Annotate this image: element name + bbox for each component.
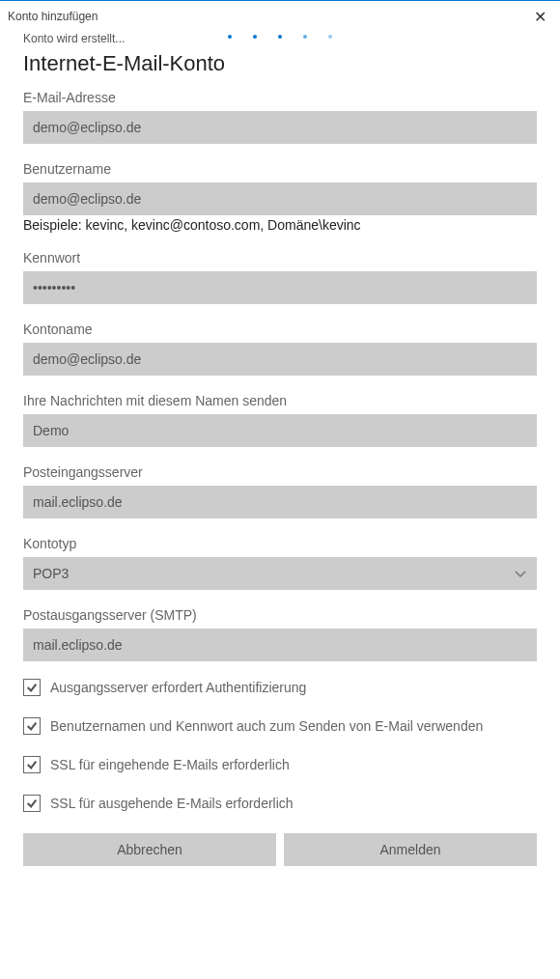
loading-indicator [228, 35, 332, 39]
sendername-input[interactable] [23, 414, 537, 447]
checkbox-icon [23, 756, 41, 773]
window-title: Konto hinzufügen [8, 10, 98, 23]
outgoing-label: Postausgangsserver (SMTP) [23, 607, 537, 623]
sendername-field-group: Ihre Nachrichten mit diesem Namen senden [23, 393, 537, 447]
incoming-input[interactable] [23, 486, 537, 518]
accounttype-label: Kontotyp [23, 536, 537, 551]
checkbox-ssl-incoming[interactable]: SSL für eingehende E-Mails erforderlich [23, 756, 537, 773]
password-input[interactable] [23, 271, 537, 304]
accountname-label: Kontoname [23, 322, 537, 337]
incoming-label: Posteingangsserver [23, 464, 537, 480]
checkbox-same-credentials[interactable]: Benutzernamen und Kennwort auch zum Send… [23, 717, 537, 735]
signin-button[interactable]: Anmelden [284, 833, 537, 866]
email-label: E-Mail-Adresse [23, 90, 537, 105]
cancel-button[interactable]: Abbrechen [23, 833, 276, 866]
page-title: Internet-E-Mail-Konto [23, 51, 537, 76]
username-field-group: Benutzername Beispiele: kevinc, kevinc@c… [23, 161, 537, 233]
username-hint: Beispiele: kevinc, kevinc@contoso.com, D… [23, 217, 537, 233]
email-input[interactable] [23, 111, 537, 144]
close-icon[interactable]: ✕ [528, 8, 552, 26]
accounttype-value: POP3 [33, 566, 69, 581]
accounttype-field-group: Kontotyp POP3 [23, 536, 537, 590]
accounttype-select[interactable]: POP3 [23, 557, 537, 590]
sendername-label: Ihre Nachrichten mit diesem Namen senden [23, 393, 537, 408]
checkbox-same-label: Benutzernamen und Kennwort auch zum Send… [50, 718, 483, 734]
outgoing-field-group: Postausgangsserver (SMTP) [23, 607, 537, 661]
checkbox-auth-label: Ausgangsserver erfordert Authentifizieru… [50, 680, 306, 695]
checkbox-icon [23, 679, 41, 696]
button-row: Abbrechen Anmelden [0, 833, 560, 866]
checkbox-ssl-outgoing[interactable]: SSL für ausgehende E-Mails erforderlich [23, 795, 537, 812]
checkbox-sslout-label: SSL für ausgehende E-Mails erforderlich [50, 796, 294, 811]
chevron-down-icon [514, 567, 527, 580]
checkbox-sslin-label: SSL für eingehende E-Mails erforderlich [50, 757, 290, 772]
outgoing-input[interactable] [23, 629, 537, 661]
password-field-group: Kennwort [23, 250, 537, 304]
incoming-field-group: Posteingangsserver [23, 464, 537, 518]
username-input[interactable] [23, 182, 537, 215]
titlebar: Konto hinzufügen ✕ [0, 1, 560, 28]
checkbox-icon [23, 717, 41, 735]
checkbox-icon [23, 795, 41, 812]
username-label: Benutzername [23, 161, 537, 177]
accountname-field-group: Kontoname [23, 322, 537, 376]
email-field-group: E-Mail-Adresse [23, 90, 537, 144]
accountname-input[interactable] [23, 343, 537, 376]
checkbox-auth[interactable]: Ausgangsserver erfordert Authentifizieru… [23, 679, 537, 696]
password-label: Kennwort [23, 250, 537, 266]
